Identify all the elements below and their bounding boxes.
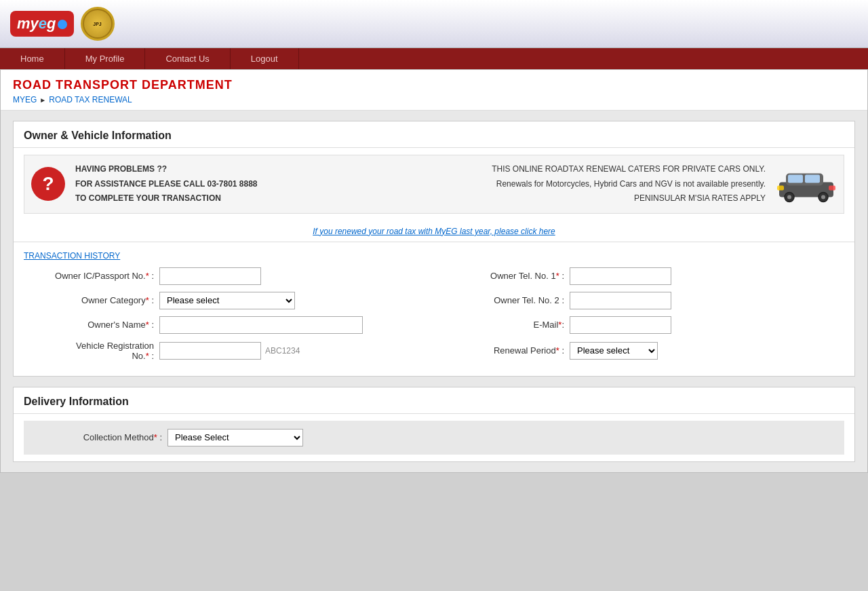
breadcrumb-home[interactable]: MYEG — [13, 95, 37, 104]
delivery-inner: Collection Method* : Please Select Deliv… — [24, 421, 844, 455]
renewal-period-label: Renewal Period* : — [434, 345, 570, 356]
owner-tel2-label: Owner Tel. No. 2 : — [434, 295, 570, 305]
breadcrumb-current[interactable]: ROAD TAX RENEWAL — [49, 95, 132, 104]
breadcrumb: MYEG ► ROAD TAX RENEWAL — [13, 95, 855, 104]
collection-method-select[interactable]: Please Select Delivery Self Collection — [167, 429, 303, 446]
svg-point-7 — [821, 195, 825, 199]
badge-inner: JPJ — [84, 10, 111, 37]
nav-my-profile[interactable]: My Profile — [65, 48, 146, 69]
vehicle-reg-hint: ABC1234 — [265, 346, 300, 356]
car-icon — [776, 164, 837, 204]
email-input[interactable] — [570, 316, 671, 334]
main-nav: Home My Profile Contact Us Logout — [0, 48, 868, 69]
owner-ic-input[interactable] — [159, 267, 261, 285]
form-row-vehicle-renewal: Vehicle RegistrationNo.* : ABC1234 Renew… — [24, 341, 844, 361]
vehicle-half: Vehicle RegistrationNo.* : ABC1234 — [24, 341, 434, 361]
category-half: Owner Category* : Please select Individu… — [24, 292, 434, 309]
svg-rect-2 — [788, 175, 803, 183]
globe-icon — [58, 20, 67, 29]
svg-rect-9 — [829, 186, 835, 191]
page-header: myeg JPJ — [0, 0, 868, 48]
click-here-link[interactable]: If you renewed your road tax with MyEG l… — [313, 227, 555, 236]
delivery-title: Delivery Information — [14, 387, 854, 413]
form-row-category-tel2: Owner Category* : Please select Individu… — [24, 292, 844, 309]
click-here-row: If you renewed your road tax with MyEG l… — [14, 221, 854, 242]
owner-ic-label: Owner IC/Passport No.* : — [24, 271, 159, 281]
dept-header: ROAD TRANSPORT DEPARTMENT MYEG ► ROAD TA… — [1, 70, 867, 111]
info-text-left: HAVING PROBLEMS ?? FOR ASSISTANCE PLEASE… — [75, 162, 416, 206]
svg-point-5 — [787, 195, 791, 199]
owner-name-input[interactable] — [159, 316, 363, 334]
info-box: ? HAVING PROBLEMS ?? FOR ASSISTANCE PLEA… — [24, 155, 844, 214]
form-section: TRANSACTION HISTORY Owner IC/Passport No… — [14, 242, 854, 376]
question-icon: ? — [31, 167, 65, 201]
email-label: E-Mail*: — [434, 320, 570, 330]
owner-vehicle-section: Owner & Vehicle Information ? HAVING PRO… — [13, 121, 855, 377]
renewal-half: Renewal Period* : Please select 1 Year 6… — [434, 342, 844, 360]
owner-category-select[interactable]: Please select Individual Company — [159, 292, 295, 309]
breadcrumb-arrow: ► — [39, 96, 46, 104]
transaction-history-link[interactable]: TRANSACTION HISTORY — [24, 251, 120, 261]
name-half: Owner's Name* : — [24, 316, 434, 334]
info-text-right: THIS ONLINE ROADTAX RENEWAL CATERS FOR P… — [426, 162, 766, 206]
tel2-half: Owner Tel. No. 2 : — [434, 292, 844, 309]
owner-tel1-input[interactable] — [570, 267, 671, 285]
dept-title: ROAD TRANSPORT DEPARTMENT — [13, 78, 855, 92]
owner-tel2-input[interactable] — [570, 292, 671, 309]
myeg-logo: myeg — [10, 11, 74, 37]
nav-contact-us[interactable]: Contact Us — [145, 48, 230, 69]
department-badge: JPJ — [81, 7, 115, 41]
renewal-period-select[interactable]: Please select 1 Year 6 Months — [570, 342, 658, 360]
ic-half: Owner IC/Passport No.* : — [24, 267, 434, 285]
collection-method-label: Collection Method* : — [32, 432, 167, 442]
tel1-half: Owner Tel. No. 1* : — [434, 267, 844, 285]
svg-rect-8 — [777, 186, 784, 191]
vehicle-reg-label: Vehicle RegistrationNo.* : — [24, 341, 159, 361]
owner-tel1-label: Owner Tel. No. 1* : — [434, 271, 570, 281]
form-row-ic-tel1: Owner IC/Passport No.* : Owner Tel. No. … — [24, 267, 844, 285]
owner-name-label: Owner's Name* : — [24, 320, 159, 330]
nav-logout[interactable]: Logout — [231, 48, 299, 69]
delivery-section: Delivery Information Collection Method* … — [13, 387, 855, 462]
owner-vehicle-title: Owner & Vehicle Information — [14, 121, 854, 147]
main-content: Owner & Vehicle Information ? HAVING PRO… — [1, 111, 867, 472]
email-half: E-Mail*: — [434, 316, 844, 334]
svg-rect-3 — [805, 175, 820, 183]
content-wrapper: ROAD TRANSPORT DEPARTMENT MYEG ► ROAD TA… — [0, 69, 868, 473]
form-row-name-email: Owner's Name* : E-Mail*: — [24, 316, 844, 334]
vehicle-reg-input[interactable] — [159, 342, 261, 360]
nav-home[interactable]: Home — [0, 48, 65, 69]
collection-method-row: Collection Method* : Please Select Deliv… — [32, 429, 836, 446]
owner-category-label: Owner Category* : — [24, 295, 159, 305]
